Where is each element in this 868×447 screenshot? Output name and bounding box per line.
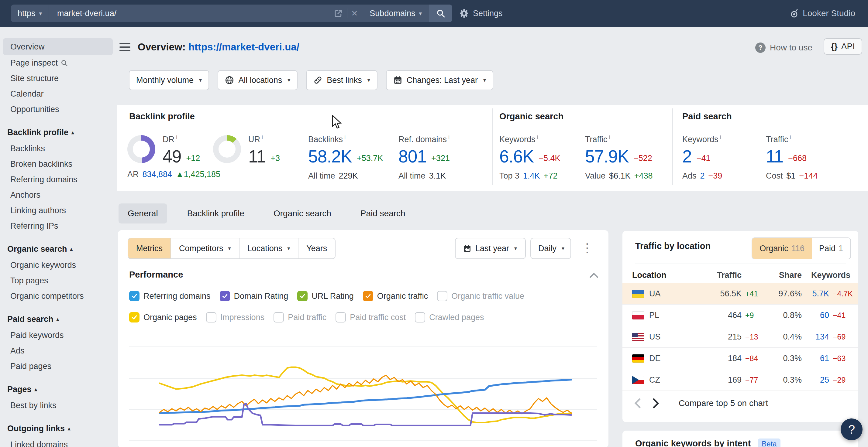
info-icon[interactable]: i	[790, 134, 791, 140]
segment-years[interactable]: Years	[298, 238, 335, 259]
sidebar-item-backlinks[interactable]: Backlinks	[3, 141, 113, 157]
sidebar-section-outgoing-links[interactable]: Outgoing links▴	[0, 420, 117, 437]
sidebar-item-site-structure[interactable]: Site structure	[3, 71, 113, 86]
sidebar-item-best-by-links[interactable]: Best by links	[3, 398, 113, 413]
sidebar-item-broken-backlinks[interactable]: Broken backlinks	[3, 157, 113, 172]
info-icon[interactable]: i	[720, 134, 721, 140]
sidebar-item-calendar[interactable]: Calendar	[3, 86, 113, 102]
sidebar-item-ads[interactable]: Ads	[3, 343, 113, 358]
metric-checkbox-organic-traffic[interactable]: Organic traffic	[363, 291, 428, 301]
keywords-value[interactable]: 60	[802, 311, 829, 320]
chevron-right-icon[interactable]	[652, 398, 660, 408]
links-mode-dropdown[interactable]: Best links ▾	[306, 70, 377, 90]
performance-card: MetricsCompetitors▾Locations▾Years Last …	[118, 230, 609, 447]
sidebar-item-page-inspect[interactable]: Page inspect	[3, 55, 113, 71]
metric-checkbox-url-rating[interactable]: URL Rating	[297, 291, 354, 301]
keywords-delta: −29	[829, 376, 850, 384]
sidebar-section-backlink-profile[interactable]: Backlink profile▴	[0, 124, 117, 141]
changes-period-dropdown[interactable]: Changes: Last year ▾	[386, 70, 493, 90]
sidebar-item-organic-competitors[interactable]: Organic competitors	[3, 288, 113, 304]
toggle-paid[interactable]: Paid 1	[812, 238, 850, 259]
how-to-use-button[interactable]: ? How to use	[755, 42, 812, 53]
info-icon[interactable]: i	[609, 134, 610, 140]
locations-filter-dropdown[interactable]: All locations ▾	[218, 70, 298, 90]
sidebar-item-paid-keywords[interactable]: Paid keywords	[3, 328, 113, 343]
sidebar-item-paid-pages[interactable]: Paid pages	[3, 358, 113, 374]
compare-top5-link[interactable]: Compare top 5 on chart	[679, 399, 768, 408]
ref-domains-value[interactable]: 801	[398, 148, 426, 165]
traffic-value: 169	[693, 375, 742, 385]
sidebar-section-organic-search[interactable]: Organic search▴	[0, 241, 117, 257]
metric-checkbox-referring-domains[interactable]: Referring domains	[129, 291, 211, 301]
metric-checkbox-impressions[interactable]: Impressions	[206, 312, 265, 322]
backlinks-value[interactable]: 58.2K	[308, 148, 352, 165]
sidebar-item-linking-authors[interactable]: Linking authors	[3, 203, 113, 218]
help-button[interactable]: ?	[841, 418, 863, 440]
sidebar-item-linked-domains[interactable]: Linked domains	[3, 437, 113, 447]
keywords-value[interactable]: 5.7K	[802, 289, 829, 299]
metric-checkbox-paid-traffic[interactable]: Paid traffic	[274, 312, 327, 322]
location-row-de[interactable]: DE 184 −84 0.3% 61 −63	[622, 348, 858, 369]
info-icon[interactable]: i	[176, 134, 177, 140]
tab-general[interactable]: General	[119, 203, 167, 224]
sidebar-item-organic-keywords[interactable]: Organic keywords	[3, 257, 113, 273]
mode-value: Subdomains	[370, 9, 415, 18]
tab-organic-search[interactable]: Organic search	[265, 203, 340, 224]
clear-icon[interactable]: ✕	[351, 9, 358, 18]
segment-metrics[interactable]: Metrics	[128, 238, 170, 259]
sidebar-item-anchors[interactable]: Anchors	[3, 187, 113, 203]
ar-value[interactable]: 834,884	[143, 170, 172, 179]
location-row-pl[interactable]: PL 464 +9 0.8% 60 −41	[622, 305, 858, 326]
collapse-section-icon[interactable]	[589, 272, 599, 279]
sidebar-item-opportunities[interactable]: Opportunities	[3, 102, 113, 117]
sidebar-item-overview[interactable]: Overview	[3, 38, 113, 55]
segment-competitors[interactable]: Competitors▾	[170, 238, 239, 259]
info-icon[interactable]: i	[262, 134, 263, 140]
sidebar-item-referring-domains[interactable]: Referring domains	[3, 172, 113, 187]
info-icon[interactable]: i	[344, 134, 346, 140]
segment-locations[interactable]: Locations▾	[239, 238, 298, 259]
subdomains-dropdown[interactable]: Subdomains ▾	[362, 5, 429, 22]
page-title-url-link[interactable]: https://market-dveri.ua/	[188, 41, 299, 53]
location-row-us[interactable]: US 215 −13 0.4% 134 −69	[622, 326, 858, 348]
search-button[interactable]	[429, 5, 452, 22]
organic-traffic-value[interactable]: 57.9K	[585, 148, 629, 165]
metric-checkbox-crawled-pages[interactable]: Crawled pages	[415, 312, 484, 322]
performance-chart[interactable]	[160, 358, 571, 431]
info-icon[interactable]: i	[537, 134, 538, 140]
stats-band: Backlink profile DRi 49+12 AR 834,884 ▲1…	[117, 105, 868, 191]
url-input[interactable]: market-dveri.ua/	[49, 9, 330, 18]
location-row-ua[interactable]: UA 56.5K +41 97.6% 5.7K −4.7K	[622, 283, 858, 305]
granularity-dropdown[interactable]: Daily ▾	[530, 238, 571, 259]
toggle-organic[interactable]: Organic 116	[752, 238, 812, 259]
api-button[interactable]: {} API	[824, 38, 862, 55]
metric-checkbox-paid-traffic-cost[interactable]: Paid traffic cost	[336, 312, 406, 322]
info-icon[interactable]: i	[448, 134, 450, 140]
checkbox-icon	[363, 291, 373, 301]
date-range-dropdown[interactable]: Last year ▾	[455, 238, 526, 259]
tab-paid-search[interactable]: Paid search	[351, 203, 414, 224]
paid-keywords-value[interactable]: 2	[682, 148, 692, 165]
keywords-value[interactable]: 25	[802, 375, 829, 385]
sidebar-section-pages[interactable]: Pages▴	[0, 381, 117, 398]
sidebar-section-paid-search[interactable]: Paid search▴	[0, 311, 117, 328]
more-options-icon[interactable]: ⋮	[581, 240, 593, 256]
metric-checkbox-domain-rating[interactable]: Domain Rating	[220, 291, 288, 301]
sidebar-item-top-pages[interactable]: Top pages	[3, 273, 113, 288]
sidebar-item-referring-ips[interactable]: Referring IPs	[3, 218, 113, 234]
menu-toggle-icon[interactable]	[119, 43, 130, 53]
volume-mode-dropdown[interactable]: Monthly volume ▾	[129, 70, 209, 90]
tab-backlink-profile[interactable]: Backlink profile	[178, 203, 253, 224]
paid-traffic-value[interactable]: 11	[766, 148, 783, 165]
metric-checkbox-organic-pages[interactable]: Organic pages	[129, 312, 197, 322]
location-row-cz[interactable]: CZ 169 −77 0.3% 25 −29	[622, 369, 858, 391]
chevron-left-icon[interactable]	[634, 398, 642, 408]
filter-bar: Monthly volume ▾ All locations ▾ Best li…	[129, 70, 493, 90]
organic-keywords-value[interactable]: 6.6K	[499, 148, 534, 165]
external-link-icon[interactable]	[334, 9, 343, 18]
settings-button[interactable]: Settings	[460, 5, 503, 22]
protocol-dropdown[interactable]: https ▾	[11, 5, 49, 22]
keywords-value[interactable]: 61	[802, 354, 829, 363]
keywords-value[interactable]: 134	[802, 332, 829, 342]
metric-checkbox-organic-traffic-value[interactable]: Organic traffic value	[437, 291, 524, 301]
